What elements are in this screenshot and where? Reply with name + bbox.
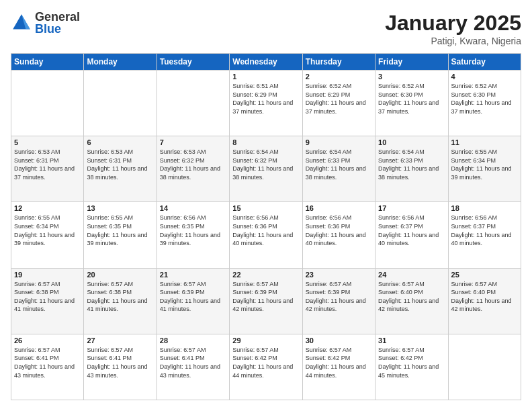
calendar: SundayMondayTuesdayWednesdayThursdayFrid…	[11, 53, 521, 400]
day-cell: 13Sunrise: 6:55 AMSunset: 6:35 PMDayligh…	[84, 202, 157, 268]
day-cell: 27Sunrise: 6:57 AMSunset: 6:41 PMDayligh…	[84, 334, 157, 400]
week-row-4: 19Sunrise: 6:57 AMSunset: 6:38 PMDayligh…	[11, 268, 521, 334]
day-cell: 22Sunrise: 6:57 AMSunset: 6:39 PMDayligh…	[230, 268, 302, 334]
day-info: Sunrise: 6:57 AMSunset: 6:42 PMDaylight:…	[306, 346, 372, 379]
day-cell: 28Sunrise: 6:57 AMSunset: 6:41 PMDayligh…	[157, 334, 229, 400]
day-cell: 16Sunrise: 6:56 AMSunset: 6:36 PMDayligh…	[302, 202, 375, 268]
week-row-1: 1Sunrise: 6:51 AMSunset: 6:29 PMDaylight…	[11, 71, 521, 136]
weekday-header-thursday: Thursday	[302, 54, 375, 71]
day-cell: 12Sunrise: 6:55 AMSunset: 6:34 PMDayligh…	[11, 202, 84, 268]
week-row-2: 5Sunrise: 6:53 AMSunset: 6:31 PMDaylight…	[11, 136, 521, 202]
day-number: 21	[160, 271, 226, 279]
day-info: Sunrise: 6:57 AMSunset: 6:38 PMDaylight:…	[87, 280, 153, 314]
day-number: 5	[14, 138, 81, 146]
weekday-header-wednesday: Wednesday	[230, 54, 302, 71]
day-info: Sunrise: 6:55 AMSunset: 6:35 PMDaylight:…	[87, 214, 153, 247]
day-info: Sunrise: 6:52 AMSunset: 6:30 PMDaylight:…	[451, 82, 518, 116]
day-cell: 10Sunrise: 6:54 AMSunset: 6:33 PMDayligh…	[375, 136, 448, 202]
weekday-header-saturday: Saturday	[448, 54, 521, 71]
day-cell: 29Sunrise: 6:57 AMSunset: 6:42 PMDayligh…	[230, 334, 302, 400]
day-cell: 26Sunrise: 6:57 AMSunset: 6:41 PMDayligh…	[11, 334, 84, 400]
day-info: Sunrise: 6:57 AMSunset: 6:42 PMDaylight:…	[232, 346, 299, 379]
day-cell: 4Sunrise: 6:52 AMSunset: 6:30 PMDaylight…	[448, 71, 521, 136]
day-cell: 19Sunrise: 6:57 AMSunset: 6:38 PMDayligh…	[11, 268, 84, 334]
week-row-5: 26Sunrise: 6:57 AMSunset: 6:41 PMDayligh…	[11, 334, 521, 400]
day-info: Sunrise: 6:54 AMSunset: 6:32 PMDaylight:…	[232, 148, 299, 181]
day-number: 19	[14, 271, 81, 279]
day-cell: 25Sunrise: 6:57 AMSunset: 6:40 PMDayligh…	[448, 268, 521, 334]
day-cell: 18Sunrise: 6:56 AMSunset: 6:37 PMDayligh…	[448, 202, 521, 268]
day-info: Sunrise: 6:57 AMSunset: 6:39 PMDaylight:…	[232, 280, 299, 314]
day-number: 6	[87, 138, 153, 146]
day-number: 9	[306, 138, 372, 146]
day-number: 27	[87, 336, 153, 345]
day-number: 23	[306, 271, 372, 279]
day-info: Sunrise: 6:57 AMSunset: 6:41 PMDaylight:…	[87, 346, 153, 379]
day-cell: 6Sunrise: 6:53 AMSunset: 6:31 PMDaylight…	[84, 136, 157, 202]
weekday-header-tuesday: Tuesday	[157, 54, 229, 71]
day-number: 14	[160, 204, 226, 212]
day-info: Sunrise: 6:57 AMSunset: 6:40 PMDaylight:…	[451, 280, 518, 314]
logo-text: General Blue	[35, 11, 80, 35]
logo: General Blue	[11, 11, 80, 35]
day-cell	[11, 71, 84, 136]
day-number: 13	[87, 204, 153, 212]
day-number: 26	[14, 336, 81, 345]
day-info: Sunrise: 6:56 AMSunset: 6:36 PMDaylight:…	[306, 214, 372, 247]
day-number: 12	[14, 204, 81, 212]
day-cell: 31Sunrise: 6:57 AMSunset: 6:42 PMDayligh…	[375, 334, 448, 400]
day-number: 3	[378, 73, 445, 81]
day-info: Sunrise: 6:57 AMSunset: 6:39 PMDaylight:…	[160, 280, 226, 314]
day-cell	[157, 71, 229, 136]
day-number: 24	[378, 271, 445, 279]
day-info: Sunrise: 6:57 AMSunset: 6:40 PMDaylight:…	[378, 280, 445, 314]
day-number: 22	[232, 271, 299, 279]
day-number: 18	[451, 204, 518, 212]
logo-blue-text: Blue	[35, 23, 80, 35]
day-number: 8	[232, 138, 299, 146]
day-number: 16	[306, 204, 372, 212]
day-info: Sunrise: 6:57 AMSunset: 6:41 PMDaylight:…	[160, 346, 226, 379]
day-info: Sunrise: 6:57 AMSunset: 6:41 PMDaylight:…	[14, 346, 81, 379]
day-info: Sunrise: 6:56 AMSunset: 6:36 PMDaylight:…	[232, 214, 299, 247]
day-info: Sunrise: 6:55 AMSunset: 6:34 PMDaylight:…	[451, 148, 518, 181]
day-cell: 9Sunrise: 6:54 AMSunset: 6:33 PMDaylight…	[302, 136, 375, 202]
day-number: 17	[378, 204, 445, 212]
day-number: 11	[451, 138, 518, 146]
day-info: Sunrise: 6:57 AMSunset: 6:42 PMDaylight:…	[378, 346, 445, 379]
day-info: Sunrise: 6:53 AMSunset: 6:31 PMDaylight:…	[14, 148, 81, 181]
day-cell: 15Sunrise: 6:56 AMSunset: 6:36 PMDayligh…	[230, 202, 302, 268]
day-number: 2	[306, 73, 372, 81]
header: General Blue January 2025 Patigi, Kwara,…	[11, 11, 521, 46]
day-number: 28	[160, 336, 226, 345]
day-number: 1	[232, 73, 299, 81]
day-number: 10	[378, 138, 445, 146]
weekday-header-sunday: Sunday	[11, 54, 84, 71]
day-cell: 24Sunrise: 6:57 AMSunset: 6:40 PMDayligh…	[375, 268, 448, 334]
title-block: January 2025 Patigi, Kwara, Nigeria	[385, 11, 521, 46]
day-info: Sunrise: 6:53 AMSunset: 6:31 PMDaylight:…	[87, 148, 153, 181]
month-year: January 2025	[385, 11, 521, 36]
day-number: 4	[451, 73, 518, 81]
day-info: Sunrise: 6:52 AMSunset: 6:30 PMDaylight:…	[378, 82, 445, 116]
day-info: Sunrise: 6:51 AMSunset: 6:29 PMDaylight:…	[232, 82, 299, 116]
day-cell: 17Sunrise: 6:56 AMSunset: 6:37 PMDayligh…	[375, 202, 448, 268]
day-number: 20	[87, 271, 153, 279]
day-cell	[84, 71, 157, 136]
day-cell: 5Sunrise: 6:53 AMSunset: 6:31 PMDaylight…	[11, 136, 84, 202]
day-cell: 21Sunrise: 6:57 AMSunset: 6:39 PMDayligh…	[157, 268, 229, 334]
page: General Blue January 2025 Patigi, Kwara,…	[0, 0, 532, 411]
day-cell: 8Sunrise: 6:54 AMSunset: 6:32 PMDaylight…	[230, 136, 302, 202]
day-cell: 11Sunrise: 6:55 AMSunset: 6:34 PMDayligh…	[448, 136, 521, 202]
day-number: 15	[232, 204, 299, 212]
day-info: Sunrise: 6:56 AMSunset: 6:37 PMDaylight:…	[451, 214, 518, 247]
logo-general-text: General	[35, 11, 80, 23]
day-info: Sunrise: 6:56 AMSunset: 6:37 PMDaylight:…	[378, 214, 445, 247]
day-number: 7	[160, 138, 226, 146]
day-info: Sunrise: 6:55 AMSunset: 6:34 PMDaylight:…	[14, 214, 81, 247]
day-info: Sunrise: 6:53 AMSunset: 6:32 PMDaylight:…	[160, 148, 226, 181]
day-cell: 20Sunrise: 6:57 AMSunset: 6:38 PMDayligh…	[84, 268, 157, 334]
weekday-header-row: SundayMondayTuesdayWednesdayThursdayFrid…	[11, 54, 521, 71]
day-info: Sunrise: 6:54 AMSunset: 6:33 PMDaylight:…	[306, 148, 372, 181]
day-info: Sunrise: 6:54 AMSunset: 6:33 PMDaylight:…	[378, 148, 445, 181]
